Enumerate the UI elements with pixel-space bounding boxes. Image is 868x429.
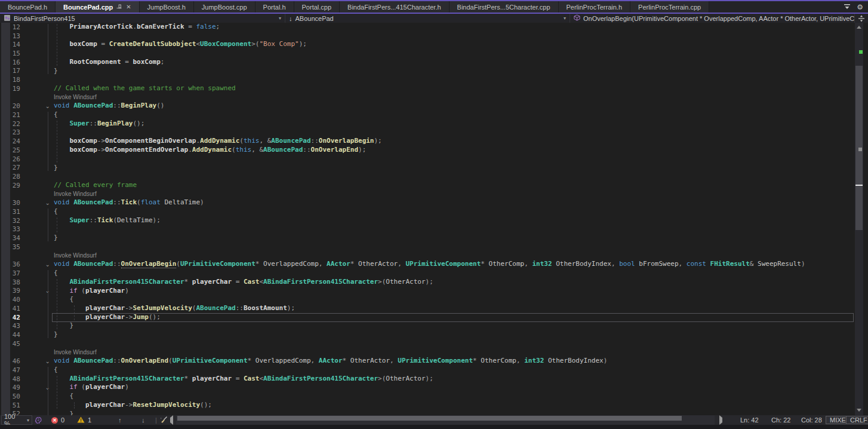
code-token[interactable]: OtherComp <box>489 260 525 268</box>
code-token[interactable]: ABouncePad <box>73 357 113 364</box>
code-token[interactable]: * <box>256 260 263 268</box>
code-token[interactable]: , <box>398 260 405 268</box>
code-token[interactable]: ( <box>137 198 141 206</box>
code-text[interactable]: { <box>54 111 855 119</box>
tab-bouncepad-cpp[interactable]: BouncePad.cpp✕ <box>56 1 140 13</box>
fold-chevron-icon[interactable]: ⌄ <box>29 384 54 391</box>
tab-bindafirstpers-415character-h[interactable]: BindaFirstPers...415Character.h <box>340 1 450 13</box>
code-token[interactable]: -> <box>97 146 105 154</box>
code-token[interactable]: boxComp <box>70 137 97 145</box>
code-line-31[interactable]: 31{ <box>0 207 855 216</box>
code-line-12[interactable]: 12 PrimaryActorTick.bCanEverTick = false… <box>0 23 855 32</box>
code-token[interactable]: UPrimitiveComponent <box>173 357 248 364</box>
code-token[interactable]: * <box>350 260 358 268</box>
code-token[interactable]: { <box>54 207 58 215</box>
code-token[interactable]: } <box>54 234 58 241</box>
code-token[interactable]: void <box>54 198 70 206</box>
code-token[interactable]: , <box>390 357 398 364</box>
type-dropdown[interactable]: ↓ ABouncePad ▾ <box>285 14 570 23</box>
fold-chevron-icon[interactable]: ⌄ <box>29 287 54 294</box>
code-token[interactable] <box>54 278 70 286</box>
code-text[interactable]: if (playerChar) <box>54 383 855 392</box>
code-token[interactable]: ABouncePad <box>271 137 310 145</box>
code-token[interactable]: ABouncePad <box>196 304 235 312</box>
code-token[interactable]: Tick <box>97 216 113 224</box>
hscrollbar-left-arrow[interactable] <box>170 415 173 425</box>
scrollbar-up-arrow[interactable] <box>857 26 861 29</box>
code-token[interactable]: UPrimitiveComponent <box>398 357 473 364</box>
code-token[interactable]: -> <box>97 137 105 145</box>
code-token[interactable]: ; <box>216 23 220 30</box>
code-token[interactable]: OverlappedComp <box>263 260 319 268</box>
code-token[interactable]: , & <box>251 146 263 154</box>
pin-icon[interactable] <box>116 4 122 10</box>
code-token[interactable]: OtherBodyIndex <box>556 260 611 268</box>
code-token[interactable]: { <box>54 366 58 373</box>
code-token[interactable]: ( <box>176 260 180 268</box>
code-token[interactable]: { <box>54 269 58 277</box>
code-token[interactable]: // Called every frame <box>54 181 137 189</box>
code-token[interactable]: ResetJumpVelocity <box>133 401 200 409</box>
code-line-33[interactable]: 33 <box>0 225 855 234</box>
code-token[interactable]: Cast <box>244 278 260 286</box>
code-text[interactable]: boxComp->OnComponentBeginOverlap.AddDyna… <box>54 137 855 146</box>
code-token[interactable]: :: <box>311 137 319 145</box>
code-token[interactable] <box>54 287 70 295</box>
code-line-28[interactable]: 28 <box>0 172 855 181</box>
code-token[interactable]: AddDynamic <box>200 137 239 145</box>
codelens-invoke-windsurf-link[interactable]: Invoke Windsurf <box>0 348 97 357</box>
code-token[interactable]: OtherActor <box>358 260 398 268</box>
code-token[interactable]: ) <box>801 260 805 268</box>
code-token[interactable]: OtherActor <box>350 357 390 364</box>
codelens-invoke-windsurf-link[interactable]: Invoke Windsurf <box>0 252 97 261</box>
code-text[interactable]: void ABouncePad::Tick(float DeltaTime) <box>54 198 855 207</box>
code-token[interactable]: DeltaTime <box>164 198 200 206</box>
code-token[interactable]: ; <box>161 58 165 66</box>
codelens-invoke-windsurf-link[interactable]: Invoke Windsurf <box>0 93 97 102</box>
project-dropdown[interactable]: BindaFirstPerson415 ▾ <box>0 14 285 23</box>
code-line-25[interactable]: 25 boxComp->OnComponentEndOverlap.AddDyn… <box>0 146 855 155</box>
code-token[interactable]: >( <box>378 278 386 286</box>
code-token[interactable]: { <box>54 111 58 118</box>
code-token[interactable]: , <box>516 357 524 364</box>
code-text[interactable]: } <box>54 67 855 76</box>
code-token[interactable]: . <box>188 146 192 154</box>
code-token[interactable]: () <box>156 102 164 109</box>
code-text[interactable]: { <box>54 269 855 278</box>
code-token[interactable]: & <box>750 260 758 268</box>
code-token[interactable]: // Called when the game starts or when s… <box>54 84 236 92</box>
code-token[interactable]: AActor <box>319 357 343 364</box>
code-text[interactable]: playerChar->ResetJumpVelocity(); <box>54 401 855 410</box>
code-editor[interactable]: 12 PrimaryActorTick.bCanEverTick = false… <box>0 23 868 415</box>
code-token[interactable]: float <box>141 198 161 206</box>
code-token[interactable]: ) <box>125 287 129 295</box>
code-token[interactable]: :: <box>303 146 310 154</box>
code-token[interactable]: , & <box>259 137 271 145</box>
code-token[interactable]: bCanEverTick <box>137 23 184 30</box>
code-line-13[interactable]: 13 <box>0 32 855 41</box>
chevron-down-icon[interactable]: ▾ <box>279 16 281 21</box>
code-line-40[interactable]: 40 { <box>0 295 855 304</box>
code-token[interactable]: OnComponentBeginOverlap <box>105 137 196 145</box>
code-token[interactable] <box>544 357 548 364</box>
code-token[interactable]: this <box>244 137 260 145</box>
code-line-36[interactable]: 36⌄void ABouncePad::OnOverlapBegin(UPrim… <box>0 260 855 269</box>
code-token[interactable]: boxComp <box>133 58 160 66</box>
code-token[interactable]: ( <box>239 137 244 145</box>
tab-overflow-icon[interactable] <box>844 3 851 11</box>
code-token[interactable]: playerChar <box>85 287 125 295</box>
error-status[interactable]: ✕ 0 <box>51 415 64 425</box>
code-token[interactable]: ( <box>78 287 85 295</box>
code-token[interactable]: * <box>184 375 192 382</box>
code-token[interactable] <box>54 23 70 30</box>
code-token[interactable]: void <box>54 102 70 109</box>
code-line-35[interactable]: 35 <box>0 243 855 252</box>
next-issue-button[interactable]: ↓ <box>141 415 145 425</box>
code-token[interactable] <box>54 146 70 154</box>
code-line-19[interactable]: 19// Called when the game starts or when… <box>0 84 855 93</box>
horizontal-scrollbar-thumb[interactable] <box>177 416 682 421</box>
code-token[interactable]: ABouncePad <box>73 198 113 206</box>
code-token[interactable]: void <box>54 260 70 268</box>
scrollbar-down-arrow[interactable] <box>857 409 861 412</box>
codelens-row[interactable]: Invoke Windsurf <box>0 252 855 261</box>
